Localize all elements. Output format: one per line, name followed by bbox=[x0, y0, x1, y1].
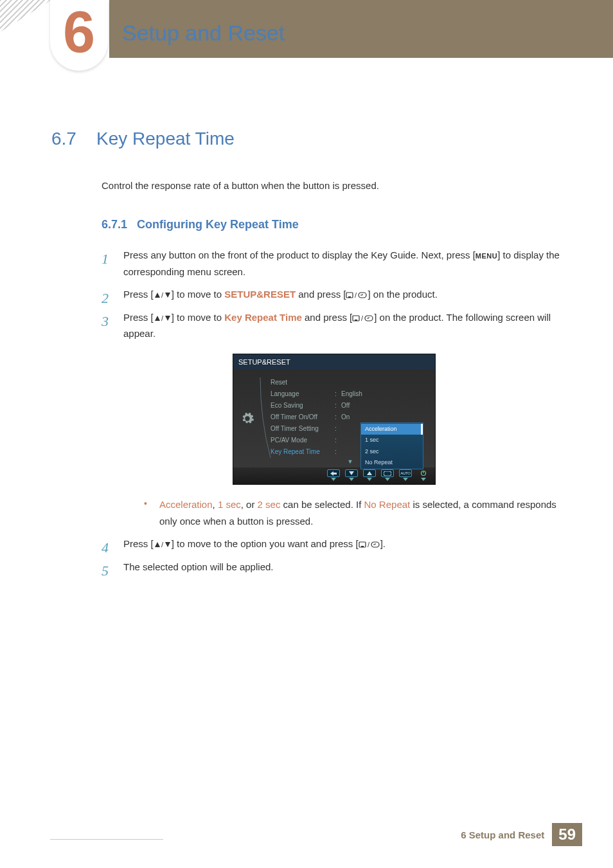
svg-marker-14 bbox=[330, 471, 337, 476]
step-2-text-b: ] to move to bbox=[172, 289, 225, 300]
osd-btn-up bbox=[363, 469, 376, 481]
content-area: 6.7Key Repeat Time Control the response … bbox=[0, 58, 613, 575]
chapter-number: 6 bbox=[63, 3, 95, 61]
osd-option-acceleration: Acceleration bbox=[361, 424, 423, 435]
step-4-text-a: Press [ bbox=[123, 538, 154, 549]
svg-text:/: / bbox=[161, 541, 164, 548]
osd-btn-auto: AUTO bbox=[399, 469, 412, 481]
osd-options-popup: Acceleration 1 sec 2 sec No Repeat bbox=[360, 422, 423, 469]
footer-chapter-ref: 6 Setup and Reset bbox=[461, 829, 544, 840]
subsection-heading: 6.7.1Configuring Key Repeat Time bbox=[102, 218, 562, 231]
step-4: 4 Press [/] to move to the option you wa… bbox=[102, 536, 562, 552]
footer-rule bbox=[50, 839, 163, 840]
kw-acceleration: Acceleration bbox=[159, 499, 213, 510]
svg-marker-2 bbox=[165, 293, 170, 298]
svg-rect-4 bbox=[348, 296, 351, 298]
menu-key-label: MENU bbox=[475, 252, 497, 260]
step-number-1: 1 bbox=[102, 247, 109, 271]
svg-marker-7 bbox=[155, 316, 160, 321]
source-enter-icon: / bbox=[359, 538, 380, 549]
steps-list: 1 Press any button on the front of the p… bbox=[102, 247, 562, 575]
osd-footer-buttons: AUTO bbox=[233, 467, 435, 484]
step-3-text-c: and press [ bbox=[302, 312, 352, 323]
svg-rect-24 bbox=[361, 546, 364, 547]
step-4-text-b: ] to move to the option you want and pre… bbox=[172, 538, 359, 549]
step-2-text-a: Press [ bbox=[123, 289, 154, 300]
svg-marker-22 bbox=[165, 542, 170, 547]
gear-icon bbox=[240, 411, 254, 426]
kw-1sec: 1 sec bbox=[218, 499, 241, 510]
step-3-highlight: Key Repeat Time bbox=[224, 312, 302, 323]
osd-body: Reset Language:English Eco Saving:Off Of… bbox=[233, 370, 435, 467]
osd-row-offtimer: Off Timer On/Off:On bbox=[271, 411, 430, 422]
osd-panel: SETUP&RESET Reset Language:English bbox=[233, 354, 436, 485]
osd-category-icon-area bbox=[233, 370, 262, 467]
svg-text:/: / bbox=[161, 314, 164, 322]
step-2-text-d: ] on the product. bbox=[368, 289, 437, 300]
osd-row-reset: Reset bbox=[271, 376, 430, 388]
step-number-3: 3 bbox=[102, 309, 109, 333]
osd-screenshot: SETUP&RESET Reset Language:English bbox=[233, 354, 562, 485]
osd-row-eco: Eco Saving:Off bbox=[271, 399, 430, 411]
svg-text:/: / bbox=[355, 291, 357, 299]
section-title: Key Repeat Time bbox=[96, 129, 235, 149]
svg-marker-9 bbox=[165, 316, 170, 321]
svg-rect-11 bbox=[355, 320, 357, 321]
step-1-text-a: Press any button on the front of the pro… bbox=[123, 249, 475, 260]
kw-2sec: 2 sec bbox=[258, 499, 281, 510]
up-down-icon: / bbox=[154, 538, 172, 549]
page-footer: 6 Setup and Reset 59 bbox=[461, 823, 582, 846]
chapter-header: 6 Setup and Reset bbox=[0, 0, 613, 58]
step-number-2: 2 bbox=[102, 286, 109, 310]
chapter-badge: 6 bbox=[50, 0, 108, 71]
step-1: 1 Press any button on the front of the p… bbox=[102, 247, 562, 280]
step-2-text-c: and press [ bbox=[296, 289, 346, 300]
osd-option-norepeat: No Repeat bbox=[361, 457, 423, 468]
step-number-5: 5 bbox=[102, 559, 109, 583]
step-number-4: 4 bbox=[102, 536, 109, 559]
source-enter-icon: / bbox=[346, 289, 368, 300]
svg-marker-20 bbox=[155, 542, 160, 547]
page-number: 59 bbox=[552, 823, 582, 846]
step-3-text-a: Press [ bbox=[123, 312, 154, 323]
up-down-icon: / bbox=[154, 312, 172, 323]
section-intro: Control the response rate of a button wh… bbox=[102, 180, 562, 191]
note-repeat-options: Acceleration, 1 sec, or 2 sec can be sel… bbox=[144, 496, 562, 529]
step-5: 5 The selected option will be applied. bbox=[102, 559, 562, 575]
svg-rect-17 bbox=[384, 471, 391, 476]
hatch-pattern bbox=[0, 0, 51, 32]
svg-marker-0 bbox=[155, 293, 160, 298]
svg-marker-16 bbox=[367, 471, 372, 475]
osd-btn-down bbox=[345, 469, 358, 481]
subsection-title: Configuring Key Repeat Time bbox=[137, 218, 299, 231]
kw-norepeat: No Repeat bbox=[364, 499, 411, 510]
chapter-title: Setup and Reset bbox=[122, 21, 285, 46]
step-5-text: The selected option will be applied. bbox=[123, 561, 273, 572]
osd-option-2sec: 2 sec bbox=[361, 446, 423, 457]
source-enter-icon: / bbox=[352, 312, 374, 323]
osd-option-1sec: 1 sec bbox=[361, 435, 423, 446]
svg-text:/: / bbox=[361, 314, 364, 322]
svg-marker-15 bbox=[349, 471, 354, 475]
osd-btn-enter bbox=[381, 469, 394, 481]
step-2-highlight: SETUP&RESET bbox=[224, 289, 296, 300]
osd-row-language: Language:English bbox=[271, 388, 430, 399]
section-number: 6.7 bbox=[51, 129, 96, 149]
osd-title: SETUP&RESET bbox=[233, 354, 435, 370]
osd-btn-back bbox=[327, 469, 340, 481]
svg-text:/: / bbox=[368, 541, 370, 548]
step-2: 2 Press [/] to move to SETUP&RESET and p… bbox=[102, 286, 562, 303]
step-4-text-c: ]. bbox=[380, 538, 386, 549]
osd-btn-power bbox=[417, 469, 430, 481]
svg-text:/: / bbox=[161, 291, 164, 299]
up-down-icon: / bbox=[154, 289, 172, 300]
step-3-notes: Acceleration, 1 sec, or 2 sec can be sel… bbox=[144, 496, 562, 529]
section-heading: 6.7Key Repeat Time bbox=[51, 129, 562, 149]
step-3: 3 Press [/] to move to Key Repeat Time a… bbox=[102, 309, 562, 530]
subsection-number: 6.7.1 bbox=[102, 218, 137, 231]
step-3-text-b: ] to move to bbox=[172, 312, 225, 323]
